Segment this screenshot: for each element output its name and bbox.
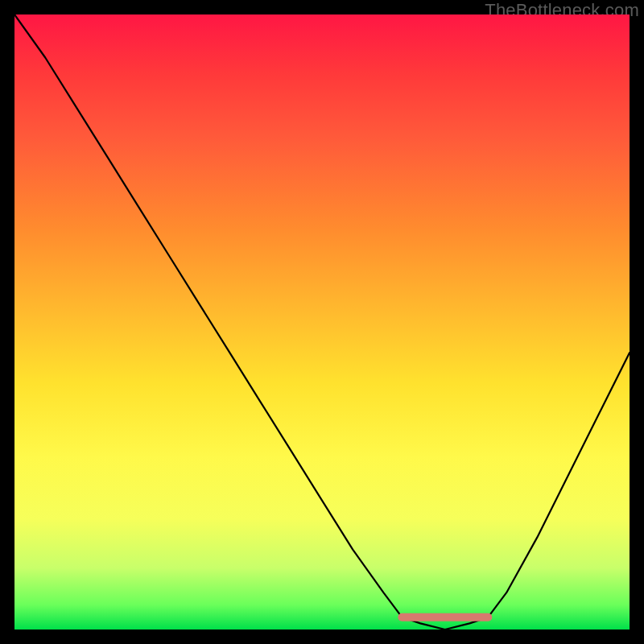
chart-frame: TheBottleneck.com [0, 0, 644, 644]
plot-area [14, 14, 630, 630]
curve-layer [14, 14, 630, 630]
bottleneck-curve [14, 14, 630, 630]
